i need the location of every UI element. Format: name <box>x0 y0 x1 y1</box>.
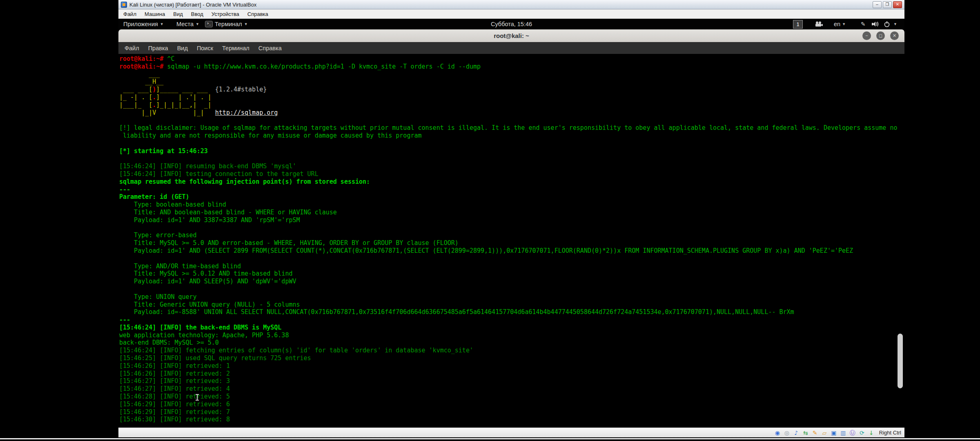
terminal-line: Title: AND boolean-based blind - WHERE o… <box>119 209 904 216</box>
keyboard-layout[interactable]: en▼ <box>834 19 846 29</box>
minimize-button[interactable]: – <box>873 1 882 8</box>
scrollbar-thumb[interactable] <box>898 334 903 388</box>
terminal-line: sqlmap resumed the following injection p… <box>119 178 904 186</box>
terminal-line: Title: Generic UNION query (NULL) - 5 co… <box>119 301 904 309</box>
terminal-line: web application technology: Apache, PHP … <box>119 332 904 339</box>
sync-icon[interactable]: ⟳ <box>858 429 866 437</box>
terminal-line: Title: MySQL >= 5.0 AND error-based - WH… <box>119 239 904 247</box>
usb-icon[interactable]: Ⓤ <box>849 429 856 437</box>
folder-icon[interactable]: ▱ <box>821 429 828 437</box>
virtualbox-icon <box>121 2 127 8</box>
close-button[interactable]: ✕ <box>890 31 899 40</box>
terminal-line: Payload: id=-8588' UNION ALL SELECT NULL… <box>119 308 904 316</box>
terminal-line: [15:46:27] [INFO] retrieved: 3 <box>119 377 904 385</box>
terminal-line: Type: error-based <box>119 232 904 239</box>
audio-icon[interactable]: ♪ <box>793 429 800 437</box>
applications-menu[interactable]: Приложения▼ <box>123 19 164 29</box>
terminal-line: Type: UNION query <box>119 293 904 301</box>
terminal-menu-Терминал[interactable]: Терминал <box>219 44 252 52</box>
vb-menu-Ввод[interactable]: Ввод <box>188 10 207 18</box>
terminal-line <box>119 224 904 232</box>
terminal-line: [15:46:30] [INFO] retrieved: 8 <box>119 416 904 423</box>
terminal-line: [15:46:29] [INFO] retrieved: 6 <box>119 401 904 408</box>
terminal-line: --- <box>119 186 904 194</box>
terminal-line <box>119 140 904 147</box>
terminal-line: [15:46:27] [INFO] retrieved: 4 <box>119 385 904 393</box>
chevron-down-icon: ▼ <box>244 22 248 26</box>
terminal-line: [15:46:26] [INFO] retrieved: 2 <box>119 370 904 378</box>
terminal-line: [*] starting at 15:46:23 <box>119 147 904 155</box>
terminal-menu-Файл[interactable]: Файл <box>122 44 142 52</box>
vm-screen: Приложения▼ Места▼ >_ Терминал▼ Суббота,… <box>118 19 904 428</box>
status-icons: ◉◎♪⇆✎▱▣▥Ⓤ⟳↓ <box>774 429 875 437</box>
display-icon[interactable]: ▣ <box>830 429 837 437</box>
terminal-line: [15:46:24] [INFO] testing connection to … <box>119 170 904 178</box>
terminal-line: Payload: id=1' AND SLEEP(5) AND 'dpWV'='… <box>119 278 904 285</box>
terminal-line: [!] legal disclaimer: Usage of sqlmap fo… <box>119 124 904 132</box>
windows-icon[interactable]: ▥ <box>840 429 847 437</box>
terminal-app-menu[interactable]: >_ Терминал▼ <box>205 19 248 29</box>
terminal-output[interactable]: root@kali:~# ^Croot@kali:~# sqlmap -u ht… <box>118 54 904 428</box>
kali-top-panel: Приложения▼ Места▼ >_ Терминал▼ Суббота,… <box>118 19 904 29</box>
terminal-titlebar[interactable]: root@kali: ~ − ◻ ✕ <box>118 29 904 42</box>
cd-icon[interactable]: ◎ <box>783 429 791 437</box>
terminal-line <box>119 255 904 263</box>
terminal-line: Title: MySQL >= 5.0.12 AND time-based bl… <box>119 270 904 278</box>
terminal-window: root@kali: ~ − ◻ ✕ ФайлПравкаВидПоискТер… <box>118 29 904 428</box>
virtualbox-titlebar[interactable]: Kali Linux (чистая) [Работает] - Oracle … <box>118 0 904 9</box>
terminal-icon: >_ <box>205 21 213 27</box>
download-icon[interactable]: ↓ <box>868 429 875 437</box>
close-button[interactable]: ✕ <box>893 1 902 8</box>
pen-icon[interactable]: ✎ <box>811 429 819 437</box>
vb-menu-Вид[interactable]: Вид <box>170 10 186 18</box>
vb-menu-Машина[interactable]: Машина <box>141 10 168 18</box>
terminal-line <box>119 155 904 163</box>
text-cursor-pointer <box>197 394 198 401</box>
workspace-indicator[interactable]: 1 <box>793 20 803 29</box>
terminal-line: ___ ___[)]_____ ___ ___ {1.2.4#stable} <box>119 86 904 94</box>
host-taskbar-edge <box>0 438 980 439</box>
volume-icon[interactable] <box>871 19 880 29</box>
terminal-line: Type: AND/OR time-based blind <box>119 263 904 270</box>
chevron-down-icon: ▼ <box>196 22 199 26</box>
terminal-line: [15:46:24] [INFO] fetching entries of co… <box>119 347 904 354</box>
terminal-menu-Поиск[interactable]: Поиск <box>194 44 216 52</box>
power-icon[interactable] <box>884 19 890 29</box>
terminal-line: [15:46:25] [INFO] used SQL query returns… <box>119 354 904 362</box>
host-key-label: Right Ctrl <box>879 430 901 436</box>
minimize-button[interactable]: − <box>862 31 871 40</box>
terminal-line: [15:46:28] [INFO] retrieved: 5 <box>119 393 904 401</box>
terminal-line: |_ -| . [.] | .'| . | <box>119 94 904 101</box>
screen-recorder-icon[interactable] <box>815 19 823 29</box>
terminal-line <box>119 285 904 293</box>
network-icon[interactable]: ⇆ <box>802 429 809 437</box>
terminal-line: ___ <box>119 71 904 78</box>
desktop-background: Kali Linux (чистая) [Работает] - Oracle … <box>0 0 980 441</box>
tablet-pen-icon[interactable]: ✎ <box>861 19 866 29</box>
terminal-line: __H__ <box>119 78 904 86</box>
vb-menu-Справка[interactable]: Справка <box>244 10 272 18</box>
window-title: Kali Linux (чистая) [Работает] - Oracle … <box>129 2 256 8</box>
chevron-down-icon: ▼ <box>842 22 846 26</box>
maximize-button[interactable]: ❒ <box>883 1 892 8</box>
vb-menu-Устройства[interactable]: Устройства <box>208 10 243 18</box>
maximize-button[interactable]: ◻ <box>876 31 885 40</box>
terminal-menu-Вид[interactable]: Вид <box>174 44 191 52</box>
terminal-menubar: ФайлПравкаВидПоискТерминалСправка <box>118 42 904 54</box>
terminal-line <box>119 116 904 124</box>
terminal-line: [15:46:29] [INFO] retrieved: 7 <box>119 408 904 416</box>
terminal-line: [15:46:24] [INFO] the back-end DBMS is M… <box>119 324 904 332</box>
chevron-down-icon: ▼ <box>160 22 164 26</box>
vb-menu-Файл[interactable]: Файл <box>120 10 140 18</box>
terminal-window-controls: − ◻ ✕ <box>862 31 899 40</box>
system-menu-chevron[interactable]: ▼ <box>893 19 897 29</box>
terminal-line: [15:46:24] [INFO] resuming back-end DBMS… <box>119 163 904 170</box>
terminal-line: Payload: id=1' AND 3387=3387 AND 'rpSM'=… <box>119 216 904 224</box>
terminal-title: root@kali: ~ <box>118 29 904 42</box>
terminal-line: root@kali:~# sqlmap -u http://www.kvm.co… <box>119 63 904 71</box>
places-menu[interactable]: Места▼ <box>176 19 199 29</box>
terminal-menu-Правка[interactable]: Правка <box>145 44 171 52</box>
clock[interactable]: Суббота, 15:46 <box>491 19 532 29</box>
hdd-icon[interactable]: ◉ <box>774 429 781 437</box>
terminal-menu-Справка[interactable]: Справка <box>256 44 285 52</box>
